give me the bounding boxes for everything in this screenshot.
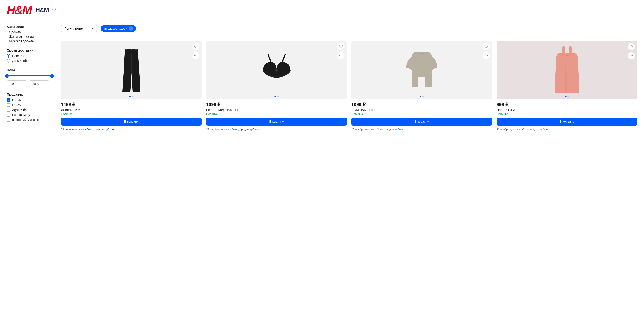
product-more-3[interactable]: ··· <box>628 52 635 59</box>
radio-5days-icon <box>7 59 10 63</box>
seller-agata[interactable]: AgataKids <box>7 108 52 112</box>
vendor-link-2[interactable]: Ozon <box>398 128 404 131</box>
product-info-2: 1099 ₽ Боди H&M, 1 шт Новинка В корзину … <box>351 99 492 132</box>
seller-sam[interactable]: S*A*M <box>7 103 52 107</box>
checkbox-lemon-icon <box>7 113 10 117</box>
product-favorite-0[interactable]: ♡ <box>192 43 200 50</box>
product-favorite-1[interactable]: ♡ <box>337 43 344 50</box>
delivery-via-2: , продавец <box>384 128 398 131</box>
sidebar-price-section: Цена <box>7 68 52 87</box>
sidebar-category-men[interactable]: Мужская одежда <box>7 39 52 43</box>
dot-1-1 <box>277 96 279 97</box>
delivery-date-2: 22 ноября <box>351 128 364 131</box>
active-filter-tag[interactable]: Продавец: OZON ✕ <box>101 25 136 32</box>
delivery-link-2[interactable]: Ozon <box>377 128 384 131</box>
product-badge-1: Новинка <box>206 112 347 116</box>
main-layout: Категория Одежда Женская одежда Мужская … <box>0 20 644 136</box>
header: H&M H&M ♡ <box>0 0 644 20</box>
product-card-actions-0: ♡ ··· <box>192 43 200 59</box>
dot-0-0 <box>129 96 131 97</box>
sidebar-category-women[interactable]: Женская одежда <box>7 35 52 39</box>
sidebar-sellers-section: Продавец OZON S*A*M AgataKids Lemon Stor… <box>7 92 52 122</box>
delivery-option-any[interactable]: Неважно <box>7 54 52 58</box>
svg-rect-5 <box>130 49 132 50</box>
product-favorite-2[interactable]: ♡ <box>482 43 490 50</box>
filter-tag-close-icon[interactable]: ✕ <box>129 27 133 31</box>
delivery-date-0: 22 ноября <box>61 128 74 131</box>
product-price-3: 999 ₽ <box>496 102 637 107</box>
delivery-text-3: доставка <box>510 128 522 131</box>
slider-thumb-max[interactable] <box>50 74 54 78</box>
product-delivery-3: 22 ноября доставка Ozon, продавец Ozon <box>496 127 637 132</box>
product-dots-2 <box>420 96 424 97</box>
sidebar: Категория Одежда Женская одежда Мужская … <box>7 25 52 132</box>
dot-2-1 <box>422 96 424 97</box>
seller-lemon[interactable]: Lemon Story <box>7 113 52 117</box>
favorite-brand-icon[interactable]: ♡ <box>52 7 56 13</box>
sidebar-price-title: Цена <box>7 68 52 72</box>
product-card-1[interactable]: ♡ ··· 1099 ₽ Бюстгальтер H&M, 1 шт Новин… <box>206 41 347 132</box>
seller-ozon[interactable]: OZON <box>7 98 52 102</box>
product-image-dress: ♡ ··· <box>496 41 637 99</box>
sidebar-sellers-title: Продавец <box>7 92 52 96</box>
seller-ozon-label: OZON <box>12 98 21 102</box>
add-to-cart-2[interactable]: В корзину <box>351 118 492 126</box>
delivery-date-3: 22 ноября <box>496 128 509 131</box>
product-info-1: 1099 ₽ Бюстгальтер H&M, 1 шт Новинка В к… <box>206 99 347 132</box>
add-to-cart-1[interactable]: В корзину <box>206 118 347 126</box>
add-to-cart-0[interactable]: В корзину <box>61 118 202 126</box>
vendor-link-1[interactable]: Ozon <box>252 128 259 131</box>
product-delivery-1: 22 ноября доставка Ozon, продавец Ozon <box>206 127 347 132</box>
product-badge-2: Новинка <box>351 112 492 116</box>
vendor-link-0[interactable]: Ozon <box>107 128 114 131</box>
products-grid: ♡ ··· 1499 ₽ Джинсы H&M Новинка В корзин… <box>61 41 637 132</box>
delivery-date-1: 22 ноября <box>206 128 219 131</box>
dot-1-0 <box>274 96 276 97</box>
delivery-via-3: , продавец <box>528 128 543 131</box>
products-divider <box>61 36 637 36</box>
dress-image <box>552 45 582 95</box>
product-more-1[interactable]: ··· <box>337 52 344 59</box>
bra-image <box>258 53 295 87</box>
product-image-jeans: ♡ ··· <box>61 41 202 99</box>
add-to-cart-3[interactable]: В корзину <box>496 118 637 126</box>
sort-select[interactable]: Популярные По цене По рейтингу Новинки <box>61 25 97 32</box>
seller-north[interactable]: северный магазин <box>7 118 52 122</box>
product-card-0[interactable]: ♡ ··· 1499 ₽ Джинсы H&M Новинка В корзин… <box>61 41 202 132</box>
sidebar-category-main[interactable]: Одежда <box>7 30 52 34</box>
price-from-input[interactable] <box>7 81 27 87</box>
product-card-3[interactable]: ♡ ··· 999 ₽ Платье H&M Новинка В корзину… <box>496 41 637 132</box>
delivery-via-0: , продавец <box>93 128 107 131</box>
product-badge-3: Новинка <box>496 112 637 116</box>
seller-lemon-label: Lemon Story <box>12 113 30 117</box>
product-delivery-0: 22 ноября доставка Ozon, продавец Ozon <box>61 127 202 132</box>
product-delivery-2: 22 ноября доставка Ozon, продавец Ozon <box>351 127 492 132</box>
svg-line-7 <box>282 54 285 62</box>
delivery-text-2: доставка <box>365 128 377 131</box>
product-badge-0: Новинка <box>61 112 202 116</box>
content-toolbar: Популярные По цене По рейтингу Новинки П… <box>61 25 637 32</box>
delivery-link-3[interactable]: Ozon <box>522 128 528 131</box>
vendor-link-3[interactable]: Ozon <box>543 128 550 131</box>
product-more-2[interactable]: ··· <box>482 52 490 59</box>
product-info-3: 999 ₽ Платье H&M Новинка В корзину 22 но… <box>496 99 637 132</box>
slider-thumb-min[interactable] <box>5 74 8 78</box>
jeans-image <box>118 48 145 93</box>
delivery-option-5days[interactable]: До 5 дней <box>7 59 52 63</box>
product-card-actions-1: ♡ ··· <box>337 43 344 59</box>
radio-any-icon <box>7 54 10 58</box>
price-to-input[interactable] <box>29 81 49 87</box>
delivery-link-1[interactable]: Ozon <box>232 128 238 131</box>
price-slider-container <box>7 74 52 78</box>
product-favorite-3[interactable]: ♡ <box>628 43 635 50</box>
product-dots-0 <box>129 96 134 97</box>
seller-agata-label: AgataKids <box>12 108 27 112</box>
price-inputs <box>7 81 52 87</box>
product-card-2[interactable]: ♡ ··· 1099 ₽ Боди H&M, 1 шт Новинка В ко… <box>351 41 492 132</box>
product-more-0[interactable]: ··· <box>192 52 200 59</box>
product-name-2: Боди H&M, 1 шт <box>351 108 492 112</box>
delivery-link-0[interactable]: Ozon <box>86 128 93 131</box>
checkbox-agata-icon <box>7 108 10 112</box>
dot-0-1 <box>132 96 134 97</box>
slider-fill <box>7 76 52 76</box>
